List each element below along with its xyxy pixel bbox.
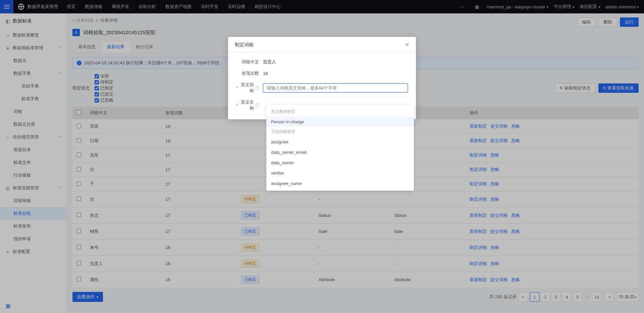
dropdown-item-translate-0[interactable]: Person in charge: [266, 117, 414, 127]
dropdown-item-field-0[interactable]: assignee: [266, 137, 414, 147]
dropdown-item-field-3[interactable]: verifier: [266, 168, 414, 178]
suggestion-dropdown: 英文翻译推荐 Person in charge 字段拆解推荐 assigneed…: [266, 105, 414, 191]
abbr-input[interactable]: [263, 83, 408, 92]
dropdown-section-fieldsplit: 字段拆解推荐: [266, 127, 414, 137]
dropdown-section-translate: 英文翻译推荐: [266, 107, 414, 117]
field-full-label: *英文全称?: [236, 99, 263, 111]
field-cn-value: 负责人: [263, 59, 408, 65]
help-icon[interactable]: ?: [255, 103, 259, 108]
dropdown-item-field-2[interactable]: data_owner: [266, 158, 414, 168]
dropdown-item-field-4[interactable]: assignee_name: [266, 178, 414, 189]
field-cn-label: 词根中文: [236, 59, 263, 65]
dropdown-item-field-1[interactable]: data_owner_email: [266, 147, 414, 158]
help-icon[interactable]: ?: [255, 86, 259, 90]
modal-close-button[interactable]: ✕: [405, 42, 409, 48]
modal-title: 制定词根: [235, 42, 254, 48]
field-abbr-label: *英文简称?: [236, 82, 263, 94]
field-count-value: 16: [263, 71, 408, 76]
field-count-label: 发现次数: [236, 70, 263, 76]
